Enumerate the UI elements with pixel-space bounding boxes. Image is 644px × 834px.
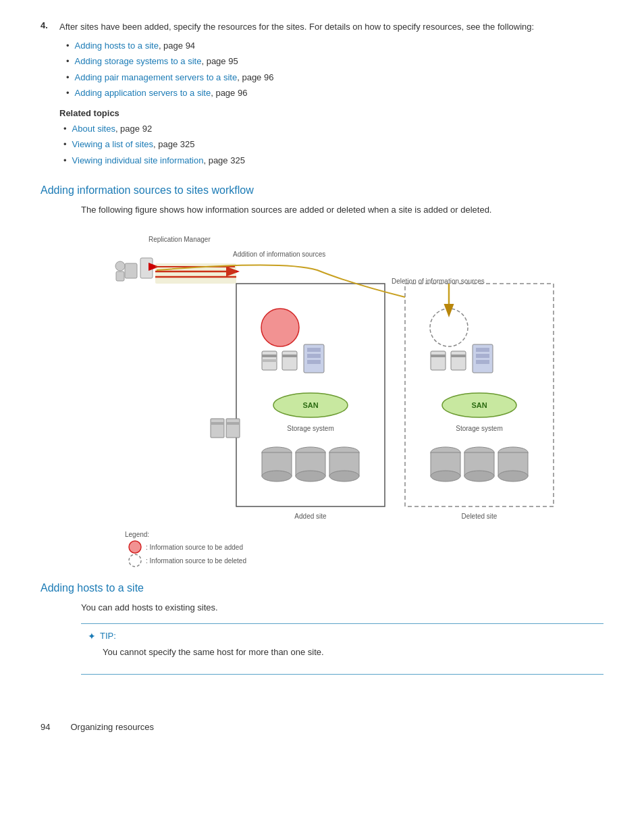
svg-point-50 (464, 471, 494, 481)
svg-rect-0 (125, 263, 137, 278)
svg-point-58 (129, 554, 141, 567)
bullet-list: Adding hosts to a site, page 94 Adding s… (59, 39, 603, 100)
svg-text:Storage system: Storage system (287, 425, 333, 432)
svg-text:Added site: Added site (294, 513, 327, 520)
svg-rect-17 (307, 354, 321, 358)
svg-rect-60 (211, 419, 224, 438)
list-item: Viewing a list of sites, page 325 (63, 138, 603, 151)
page-ref: , page 96 (237, 71, 273, 84)
list-item: Adding pair management servers to a site… (66, 71, 603, 84)
svg-rect-3 (116, 271, 124, 281)
page-footer: 94 Organizing resources (41, 715, 603, 732)
svg-point-24 (262, 471, 292, 481)
svg-text:SAN: SAN (471, 401, 487, 409)
tip-text: You cannot specify the same host for mor… (88, 646, 593, 660)
step-body: After sites have been added, specify the… (59, 20, 603, 170)
related-heading: Related topics (59, 108, 119, 118)
page-ref: , page 95 (201, 55, 238, 68)
adding-hosts-link[interactable]: Adding hosts to a site (75, 39, 159, 53)
page-ref: , page 94 (159, 39, 195, 53)
page-ref: , page 325 (203, 154, 244, 167)
list-item: Adding hosts to a site, page 94 (66, 39, 603, 53)
list-item: Adding storage systems to a site, page 9… (66, 55, 603, 68)
svg-rect-41 (476, 360, 489, 364)
svg-point-30 (329, 471, 359, 481)
workflow-diagram: Replication Manager Addition of informat… (81, 230, 587, 567)
section2-text: You can add hosts to existing sites. (81, 601, 603, 615)
legend-label: Legend: (125, 531, 149, 538)
svg-rect-1 (140, 258, 153, 278)
about-sites-link[interactable]: About sites (72, 122, 115, 136)
svg-point-2 (115, 261, 125, 271)
section1-text: The following figure shows how informati… (81, 203, 603, 217)
svg-rect-12 (262, 359, 277, 362)
rm-label: Replication Manager (149, 236, 211, 243)
step-number: 4. (41, 20, 59, 170)
svg-rect-36 (451, 351, 466, 370)
step-4: 4. After sites have been added, specify … (41, 20, 603, 170)
view-individual-link[interactable]: Viewing individual site information (72, 154, 204, 167)
svg-rect-35 (431, 355, 446, 357)
svg-rect-62 (211, 422, 224, 425)
svg-text:SAN: SAN (302, 401, 318, 409)
related-topics: Related topics About sites, page 92 View… (59, 108, 603, 167)
svg-rect-13 (282, 351, 297, 370)
diagram: Replication Manager Addition of informat… (81, 230, 603, 567)
step-text: After sites have been added, specify the… (59, 20, 603, 34)
svg-point-9 (261, 309, 299, 346)
list-item: Adding application servers to a site, pa… (66, 86, 603, 100)
svg-rect-14 (282, 355, 297, 357)
add-label: Addition of information sources (233, 251, 325, 258)
svg-text:: Information source to be del: : Information source to be deleted (146, 557, 246, 565)
list-item: Viewing individual site information, pag… (63, 154, 603, 167)
page-number: 94 (41, 722, 50, 732)
svg-rect-40 (476, 354, 489, 358)
list-item: About sites, page 92 (63, 122, 603, 136)
svg-point-53 (498, 471, 528, 481)
svg-point-27 (296, 471, 325, 481)
svg-rect-34 (431, 351, 446, 370)
svg-rect-37 (451, 355, 466, 357)
view-list-link[interactable]: Viewing a list of sites (72, 138, 153, 151)
tip-label-text[interactable]: TIP: (100, 631, 116, 641)
svg-text:Storage system: Storage system (456, 425, 502, 432)
svg-rect-11 (262, 355, 277, 357)
footer-label: Organizing resources (70, 722, 154, 732)
page-content: 4. After sites have been added, specify … (0, 0, 644, 773)
svg-rect-63 (226, 422, 240, 425)
page-ref: , page 96 (211, 86, 247, 100)
page-ref: , page 92 (115, 122, 152, 136)
page-ref: , page 325 (153, 138, 194, 151)
adding-storage-link[interactable]: Adding storage systems to a site (75, 55, 202, 68)
svg-rect-16 (307, 348, 321, 352)
section1-body: The following figure shows how informati… (41, 203, 603, 567)
section2-heading: Adding hosts to a site (41, 582, 603, 594)
svg-rect-39 (476, 348, 489, 352)
adding-pair-link[interactable]: Adding pair management servers to a site (75, 71, 238, 84)
svg-point-56 (129, 541, 141, 553)
tip-icon: ✦ (88, 631, 96, 642)
svg-text:: Information source to be add: : Information source to be added (146, 544, 243, 551)
svg-point-47 (431, 471, 460, 481)
tip-box: ✦ TIP: You cannot specify the same host … (81, 623, 603, 675)
section1-heading: Adding information sources to sites work… (41, 184, 603, 197)
tip-header: ✦ TIP: (88, 631, 593, 642)
adding-app-link[interactable]: Adding application servers to a site (75, 86, 211, 100)
related-list: About sites, page 92 Viewing a list of s… (59, 122, 603, 167)
svg-rect-61 (226, 419, 240, 438)
section2-body: You can add hosts to existing sites. ✦ T… (41, 601, 603, 675)
svg-text:Deleted site: Deleted site (462, 513, 498, 520)
svg-rect-18 (307, 360, 321, 364)
